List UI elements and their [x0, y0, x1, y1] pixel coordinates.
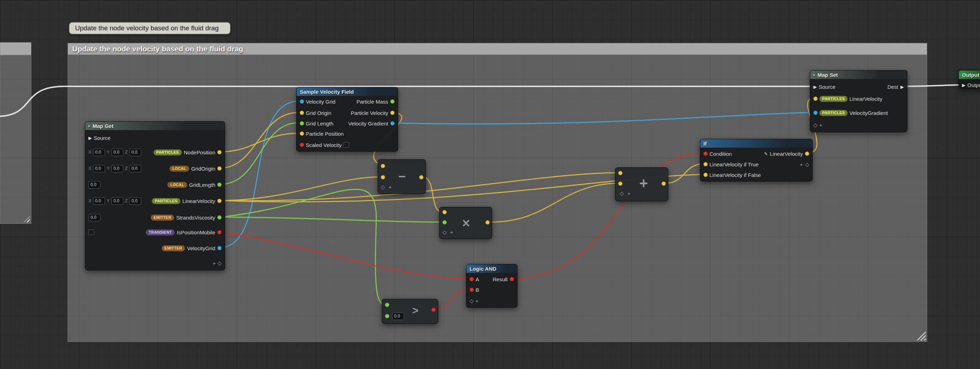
node-map-get[interactable]: ▸ Map Get ▶ Source X 0.0 Y 0.0 Z 0.0 PAR…	[85, 121, 225, 270]
left-panel-titlebar[interactable]	[0, 42, 31, 55]
add-pin-icon[interactable]: +	[627, 191, 630, 196]
value-input[interactable]: 0.0	[88, 181, 100, 188]
dest-exec-pin[interactable]: ▶	[900, 85, 904, 89]
map-get-title: Map Get	[93, 123, 113, 129]
collapse-caret-icon[interactable]: ▸	[88, 123, 91, 128]
output-header[interactable]: Output M	[959, 70, 980, 79]
graph-canvas[interactable]: Update the node velocity based on the fl…	[0, 0, 980, 369]
node-add[interactable]: + ◇ +	[615, 168, 668, 201]
y-value-input[interactable]: 0.0	[111, 165, 123, 173]
greater-b-value-input[interactable]: 0.0	[392, 313, 404, 320]
map-get-header[interactable]: ▸ Map Get	[85, 121, 225, 130]
add-pin-icon[interactable]: +	[450, 230, 453, 235]
strandsviscosity-pin[interactable]	[217, 215, 221, 220]
svf-header[interactable]: Sample Velocity Field	[297, 88, 398, 96]
resize-handle[interactable]	[24, 216, 30, 222]
x-value-input[interactable]: 0.0	[93, 149, 105, 156]
pin-toggle-icon[interactable]: ◇	[217, 260, 221, 266]
pin-label: Velocity Grid	[306, 99, 336, 105]
scaled-velocity-in-pin[interactable]	[300, 143, 304, 147]
if-false-pin[interactable]	[703, 173, 708, 177]
add-out-pin[interactable]	[662, 182, 666, 186]
pin-label: Particle Velocity	[351, 110, 388, 116]
grid-origin-in-pin[interactable]	[300, 111, 304, 115]
logic-and-header[interactable]: Logic AND	[466, 264, 517, 273]
velocitygradient-in-pin[interactable]	[813, 111, 818, 115]
row-ispositionmobile: TRANSIENT IsPositionMobile	[85, 227, 225, 238]
particle-mass-out-pin[interactable]	[390, 99, 395, 104]
node-subtract[interactable]: − ◇ +	[378, 159, 426, 194]
add-pin-icon[interactable]: +	[819, 122, 822, 128]
y-value-input[interactable]: 0.0	[111, 197, 123, 205]
and-a-pin[interactable]	[469, 277, 474, 281]
pin-toggle-icon[interactable]: ◇	[813, 122, 818, 128]
and-b-pin[interactable]	[469, 288, 474, 292]
subtract-out-pin[interactable]	[419, 175, 423, 179]
subtract-b-pin[interactable]	[381, 175, 385, 179]
add-a-pin[interactable]	[618, 171, 622, 175]
y-value-input[interactable]: 0.0	[111, 149, 123, 156]
map-set-header[interactable]: ▸ Map Set	[810, 70, 907, 79]
velocity-grid-in-pin[interactable]	[300, 99, 304, 104]
comment-titlebar[interactable]: Update the node velocity based on the fl…	[68, 43, 927, 54]
multiply-out-pin[interactable]	[485, 220, 490, 225]
namespace-badge: PARTICLES	[152, 198, 180, 204]
z-value-input[interactable]: 0.0	[129, 165, 141, 173]
particle-velocity-out-pin[interactable]	[390, 111, 395, 115]
linearvelocity-in-pin[interactable]	[813, 97, 818, 101]
multiply-b-pin[interactable]	[442, 220, 447, 225]
collapse-caret-icon[interactable]: ▸	[813, 72, 816, 77]
gridorigin-pin[interactable]	[217, 166, 221, 171]
node-if[interactable]: If Condition ✎ LinearVelocity LinearVelo…	[700, 139, 813, 182]
pin-toggle-icon[interactable]: ◇	[620, 191, 624, 196]
comment-resize-handle[interactable]	[916, 331, 926, 340]
nodeposition-pin[interactable]	[217, 150, 221, 154]
pin-toggle-icon[interactable]: ◇	[442, 230, 447, 235]
grid-length-in-pin[interactable]	[300, 121, 304, 125]
output-exec-pin[interactable]: ▶	[962, 83, 966, 88]
add-pin-icon[interactable]: +	[476, 298, 479, 304]
if-header[interactable]: If	[700, 139, 812, 148]
source-exec-pin[interactable]: ▶	[813, 85, 817, 89]
pin-toggle-icon[interactable]: ◇	[381, 184, 385, 190]
left-panel-body[interactable]	[0, 55, 31, 224]
subtract-a-pin[interactable]	[381, 164, 385, 168]
if-output-pin[interactable]	[805, 152, 809, 156]
pencil-icon[interactable]: ✎	[764, 151, 768, 157]
node-sample-velocity-field[interactable]: Sample Velocity Field Velocity Grid Part…	[296, 87, 398, 152]
pin-toggle-icon[interactable]: ◇	[805, 162, 809, 167]
greater-out-pin[interactable]	[431, 308, 436, 312]
if-condition-pin[interactable]	[703, 152, 708, 156]
ispositionmobile-pin[interactable]	[217, 230, 221, 234]
add-b-pin[interactable]	[618, 182, 622, 186]
value-input[interactable]: 0.0	[88, 214, 100, 221]
add-pin-icon[interactable]: +	[213, 260, 216, 266]
x-value-input[interactable]: 0.0	[93, 197, 105, 205]
pin-label: Result	[492, 276, 508, 282]
gridlength-pin[interactable]	[217, 182, 221, 187]
bool-checkbox[interactable]	[88, 230, 94, 235]
add-pin-icon[interactable]: +	[388, 184, 392, 190]
node-logic-and[interactable]: Logic AND A Result B ◇ +	[466, 264, 517, 308]
pin-label: Outpu	[967, 82, 980, 88]
linearvelocity-pin[interactable]	[217, 199, 221, 203]
bool-checkbox[interactable]	[344, 142, 349, 148]
velocity-gradient-out-pin[interactable]	[390, 121, 395, 125]
pin-toggle-icon[interactable]: ◇	[469, 298, 474, 304]
z-value-input[interactable]: 0.0	[129, 197, 141, 205]
multiply-a-pin[interactable]	[442, 210, 447, 214]
x-value-input[interactable]: 0.0	[93, 165, 105, 173]
velocitygrid-pin[interactable]	[217, 246, 221, 250]
node-multiply[interactable]: ✕ ◇ +	[439, 207, 492, 239]
particle-position-in-pin[interactable]	[300, 131, 304, 136]
node-output[interactable]: Output M ▶ Outpu	[959, 70, 980, 88]
if-true-pin[interactable]	[703, 162, 708, 166]
z-value-input[interactable]: 0.0	[129, 149, 141, 156]
add-pin-icon[interactable]: +	[800, 162, 803, 167]
greater-a-pin[interactable]	[385, 303, 389, 307]
node-greater-than[interactable]: > 0.0	[382, 299, 438, 324]
greater-b-pin[interactable]	[385, 314, 389, 318]
node-map-set[interactable]: ▸ Map Set ▶ Source Dest ▶ PARTICLES Line…	[810, 70, 907, 132]
source-exec-pin[interactable]: ▶	[88, 136, 92, 140]
and-result-pin[interactable]	[510, 277, 514, 281]
